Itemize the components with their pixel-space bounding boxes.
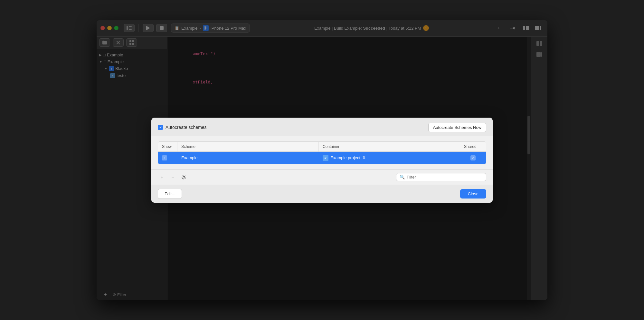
svg-rect-26 xyxy=(325,158,326,159)
col-header-scheme: Scheme xyxy=(177,142,319,151)
shared-checkbox[interactable]: ✓ xyxy=(470,155,476,160)
autocreate-schemes-button[interactable]: Autocreate Schemes Now xyxy=(428,123,486,132)
doc-icon xyxy=(323,155,328,161)
remove-scheme-button[interactable]: − xyxy=(169,173,177,181)
table-cell-container: Example project ⇅ xyxy=(319,152,460,164)
schemes-modal: ✓ Autocreate schemes Autocreate Schemes … xyxy=(151,118,493,203)
filter-input[interactable] xyxy=(407,175,483,179)
col-header-shared: Shared xyxy=(460,142,486,151)
container-stepper-icon: ⇅ xyxy=(362,156,365,160)
table-cell-shared: ✓ xyxy=(460,152,486,164)
edit-button[interactable]: Edit... xyxy=(158,189,182,199)
settings-button[interactable] xyxy=(180,173,188,181)
modal-header: ✓ Autocreate schemes Autocreate Schemes … xyxy=(151,118,493,136)
table-cell-scheme: Example xyxy=(177,152,319,163)
autocreate-label: ✓ Autocreate schemes xyxy=(158,125,207,130)
add-scheme-button[interactable]: + xyxy=(158,173,166,181)
row-show-checkbox[interactable]: ✓ xyxy=(162,155,167,160)
table-row[interactable]: ✓ Example Example project ⇅ xyxy=(158,152,486,164)
svg-rect-24 xyxy=(325,157,327,157)
modal-overlay: ✓ Autocreate schemes Autocreate Schemes … xyxy=(97,20,547,300)
xcode-window: 📋 Example › iPhone 12 Pro Max Example | … xyxy=(97,20,547,300)
table-cell-show: ✓ xyxy=(158,152,177,164)
filter-input-wrap: 🔍 xyxy=(396,173,486,181)
col-header-container: Container xyxy=(319,142,460,151)
container-dropdown[interactable]: Example project ⇅ xyxy=(323,155,365,161)
modal-bottom-toolbar: + − 🔍 xyxy=(151,170,493,185)
autocreate-checkbox[interactable]: ✓ xyxy=(158,125,163,130)
modal-body: Show Scheme Container Shared ✓ Example xyxy=(151,136,493,170)
close-button[interactable]: Close xyxy=(460,189,486,199)
scheme-name: Example xyxy=(181,155,198,160)
svg-rect-25 xyxy=(325,158,327,158)
modal-footer: Edit... Close xyxy=(151,185,493,203)
search-icon: 🔍 xyxy=(400,175,405,179)
autocreate-text: Autocreate schemes xyxy=(166,125,207,130)
container-name: Example project xyxy=(330,155,360,160)
col-header-show: Show xyxy=(158,142,177,151)
svg-point-27 xyxy=(183,176,185,178)
table-header: Show Scheme Container Shared xyxy=(158,142,486,152)
